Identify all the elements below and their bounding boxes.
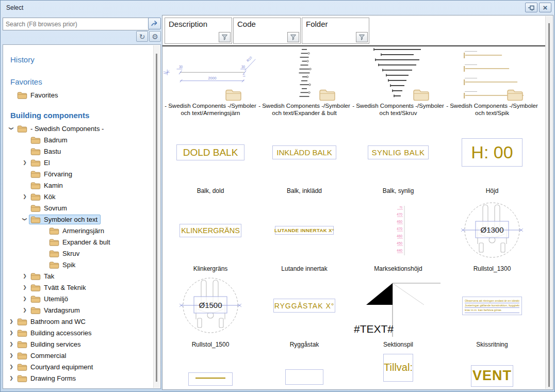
pin-button[interactable] <box>525 3 537 12</box>
tree-item-vardagsrum[interactable]: ❯ Vardagsrum <box>3 304 153 316</box>
component-item-balk-synlig[interactable]: SYNLIG BALKBalk, synlig <box>351 117 445 195</box>
tree-item-f-rvaring[interactable]: Förvaring <box>3 168 153 179</box>
tree-item-label: Drawing Forms <box>30 374 76 382</box>
expander-bult-drawing <box>286 47 322 101</box>
component-item-sektionspil[interactable]: #TEXT# Sektionspil <box>351 273 445 349</box>
tree-item-tak[interactable]: ❯ Tak <box>3 270 153 282</box>
component-item-swedish-components-symboler-och-text-exp[interactable]: - Swedish Components -/Symboler och text… <box>257 46 351 117</box>
chevron-right-icon[interactable]: ❯ <box>21 296 29 301</box>
tree-item-label: Building accessories <box>30 329 92 337</box>
folder-icon <box>17 340 27 348</box>
folder-icon <box>17 318 27 325</box>
tree-item-favorites[interactable]: Favorites <box>3 89 153 101</box>
symbol-box: INKLÄDD BALK <box>272 145 336 159</box>
folder-icon <box>30 306 41 314</box>
component-item-marksektionshöjd[interactable]: 70 470 460 470 460 450 440 Marksektionsh… <box>351 195 445 273</box>
section-building-components[interactable]: Building components <box>3 108 153 123</box>
chevron-right-icon[interactable]: ❯ <box>7 375 15 381</box>
tree-item-badrum[interactable]: Badrum <box>3 134 153 145</box>
filter-button-folder[interactable] <box>356 32 368 42</box>
tree-item-sovrum[interactable]: Sovrum <box>3 202 153 214</box>
svg-text:17: 17 <box>242 74 246 77</box>
component-item-vent[interactable]: VENT <box>445 349 539 382</box>
tree-item-el[interactable]: ❯ El <box>3 157 153 168</box>
chevron-right-icon[interactable]: ❯ <box>7 364 15 369</box>
rullstol-drawing: Ø1300 <box>461 201 524 260</box>
settings-button[interactable]: ⚙ <box>149 31 161 42</box>
component-item-balk-inklädd[interactable]: INKLÄDD BALKBalk, inklädd <box>257 117 351 195</box>
tree-item-bathroom-and-wc[interactable]: ❯ Bathroom and WC <box>3 316 153 327</box>
tree-scrollbar[interactable] <box>153 45 160 388</box>
tree-item-symboler-och-text[interactable]: ❯ Symboler och text <box>3 214 153 225</box>
tree-item-spik[interactable]: Spik <box>3 259 153 270</box>
component-item-tillval[interactable]: Tillval: <box>351 349 445 382</box>
chevron-right-icon[interactable]: ❯ <box>7 353 15 358</box>
search-input[interactable] <box>3 18 149 30</box>
chevron-right-icon[interactable]: ❯ <box>21 273 29 279</box>
tree-item-swedish-components[interactable]: ❯ - Swedish Components - <box>3 123 153 134</box>
filter-button-code[interactable] <box>287 32 299 42</box>
component-item-rullstol-1500[interactable]: Ø1500 Rullstol_1500 <box>164 273 257 349</box>
component-item-swedish-components-symboler-och-text-spi[interactable]: - Swedish Components -/Symboler och text… <box>445 46 539 117</box>
component-browser-panel: Description Code Folder <box>162 15 553 390</box>
chevron-right-icon[interactable]: ❯ <box>21 160 29 165</box>
component-item-klinkergräns[interactable]: KLINKERGRÄNSKlinkergräns <box>164 195 257 273</box>
tree-item-k-k[interactable]: ❯ Kök <box>3 191 153 202</box>
tree-item-commercial[interactable]: ❯ Commercial <box>3 350 153 361</box>
chevron-right-icon[interactable]: ❯ <box>7 341 15 347</box>
column-header-code[interactable]: Code <box>233 18 301 44</box>
component-item-swedish-components-symboler-och-text-arm[interactable]: 30 30 2000 R10 17 17 - Swedish Component… <box>164 46 257 117</box>
component-item-balk-dold[interactable]: DOLD BALKBalk, dold <box>164 117 257 195</box>
refresh-button[interactable]: ↻ <box>136 31 148 42</box>
tree-item-label: Armeringsjärn <box>62 227 104 235</box>
section-history[interactable]: History <box>3 52 153 67</box>
grid-scrollbar[interactable] <box>545 16 552 389</box>
component-item-swedish-components-symboler-och-text-skr[interactable]: - Swedish Components -/Symboler och text… <box>351 46 445 117</box>
folder-icon <box>17 352 27 360</box>
chevron-right-icon[interactable]: ❯ <box>7 319 15 324</box>
tree-item-utemilj[interactable]: ❯ Utemiljö <box>3 293 153 304</box>
tree-item-skruv[interactable]: Skruv <box>3 248 153 259</box>
tree-item-tv-tt-teknik[interactable]: ❯ Tvätt & Teknik <box>3 282 153 293</box>
tree-item-building-services[interactable]: ❯ Building services <box>3 338 153 350</box>
component-caption: Rullstol_1500 <box>192 341 230 349</box>
tree-item-armeringsj-rn[interactable]: Armeringsjärn <box>3 225 153 236</box>
component-item-cutbox[interactable] <box>164 349 257 382</box>
tree-item-expander-bult[interactable]: Expander & bult <box>3 236 153 248</box>
component-item-ryggåstak[interactable]: RYGGÅSTAK X°Ryggåstak <box>257 273 351 349</box>
tree-item-label: Skruv <box>62 250 79 257</box>
tree-item-bastu[interactable]: Bastu <box>3 145 153 157</box>
title-bar: Select × <box>1 1 554 14</box>
folder-icon <box>30 148 41 155</box>
chevron-right-icon[interactable]: ❯ <box>21 285 29 290</box>
chevron-down-icon[interactable]: ❯ <box>22 215 27 223</box>
tree-item-label: Utemiljö <box>44 295 68 303</box>
tree-item-kamin[interactable]: Kamin <box>3 179 153 191</box>
component-item-skissritning[interactable]: Observera att ritningen endast är en idé… <box>445 273 539 349</box>
column-header-description[interactable]: Description <box>165 18 232 44</box>
filter-button-description[interactable] <box>219 32 231 42</box>
chevron-right-icon[interactable]: ❯ <box>21 307 29 313</box>
tree-item-building-accessories[interactable]: ❯ Building accessories <box>3 327 153 338</box>
component-item-lutande-innertak[interactable]: LUTANDE INNERTAK X°Lutande innertak <box>257 195 351 273</box>
chevron-right-icon[interactable]: ❯ <box>7 330 15 335</box>
close-icon: × <box>543 4 548 11</box>
folder-icon <box>17 91 27 99</box>
search-go-button[interactable] <box>148 18 161 29</box>
svg-text:460: 460 <box>397 234 402 238</box>
section-favorites[interactable]: Favorites <box>3 74 153 89</box>
component-item-cutbox[interactable] <box>257 349 351 382</box>
chevron-right-icon[interactable]: ❯ <box>21 194 29 199</box>
component-item-höjd[interactable]: H: 00Höjd <box>445 117 539 195</box>
component-item-rullstol-1300[interactable]: Ø1300 Rullstol_1300 <box>445 195 539 273</box>
tree-item-drawing-forms[interactable]: ❯ Drawing Forms <box>3 372 153 384</box>
tree-item-label: - Swedish Components - <box>30 125 104 133</box>
close-button[interactable]: × <box>539 3 551 12</box>
folder-icon <box>30 182 41 189</box>
tree-item-courtyard-equipment[interactable]: ❯ Courtyard equipment <box>3 361 153 372</box>
component-caption: - Swedish Components -/Symboler och text… <box>165 102 256 117</box>
column-header-folder[interactable]: Folder <box>302 18 369 44</box>
folder-icon <box>30 204 41 212</box>
chevron-down-icon[interactable]: ❯ <box>9 124 14 133</box>
folder-icon <box>49 261 59 269</box>
